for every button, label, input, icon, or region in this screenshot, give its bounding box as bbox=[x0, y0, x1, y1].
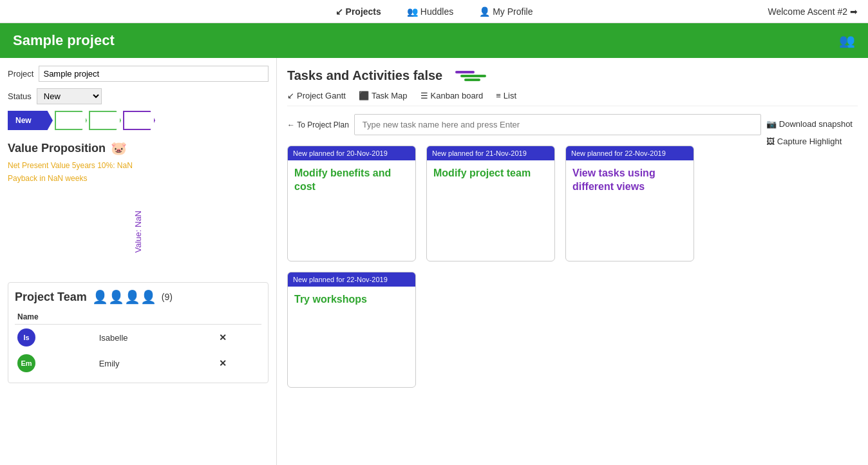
project-input[interactable] bbox=[39, 66, 269, 82]
tasks-title: Tasks and Activities false bbox=[287, 68, 442, 83]
pipeline-step-2[interactable] bbox=[55, 111, 87, 130]
tab-kanban-board[interactable]: ☰ Kanban board bbox=[420, 91, 484, 100]
kanban-tab-icon: ☰ bbox=[420, 91, 428, 100]
piggy-bank-icon: 🐷 bbox=[111, 140, 127, 156]
kanban-card: New planned for 21-Nov-2019 Modify proje… bbox=[426, 146, 555, 261]
logout-icon[interactable]: ➡ bbox=[850, 6, 858, 17]
kanban-card: New planned for 22-Nov-2019 View tasks u… bbox=[565, 146, 694, 261]
projects-icon: ↙ bbox=[335, 6, 343, 17]
nav-huddles[interactable]: 👥 Huddles bbox=[407, 6, 453, 17]
capture-highlight-action[interactable]: 🖼 Capture Highlight bbox=[766, 137, 853, 146]
main-layout: Project Status New In Progress Done New bbox=[0, 58, 868, 465]
status-label: Status bbox=[8, 91, 32, 101]
top-navigation: ↙ Projects 👥 Huddles 👤 My Profile Welcom… bbox=[0, 0, 868, 23]
remove-member-button[interactable]: ✕ bbox=[219, 358, 227, 368]
card-header: New planned for 22-Nov-2019 bbox=[566, 146, 693, 160]
card-header: New planned for 20-Nov-2019 bbox=[288, 146, 415, 160]
avatar: Em bbox=[17, 354, 35, 372]
team-people-icons: 👤👤👤👤 bbox=[92, 289, 156, 305]
profile-icon: 👤 bbox=[479, 6, 490, 17]
tasks-header: Tasks and Activities false bbox=[287, 68, 858, 83]
status-pipeline: New bbox=[8, 111, 269, 130]
download-snapshot-action[interactable]: 📷 Download snapshot bbox=[766, 119, 853, 129]
taskmap-tab-icon: ⬛ bbox=[359, 91, 369, 100]
view-tabs: ↙ Project Gantt ⬛ Task Map ☰ Kanban boar… bbox=[287, 91, 858, 106]
gantt-tab-icon: ↙ bbox=[287, 91, 294, 100]
card-title[interactable]: Try workshops bbox=[294, 293, 409, 307]
team-header: Project Team 👤👤👤👤 (9) bbox=[15, 289, 261, 305]
remove-member-button[interactable]: ✕ bbox=[219, 332, 227, 343]
team-title: Project Team bbox=[15, 290, 87, 304]
sidebar: Project Status New In Progress Done New bbox=[0, 58, 277, 465]
gantt-decoration bbox=[455, 71, 486, 81]
welcome-message: Welcome Ascent #2 ➡ bbox=[768, 6, 858, 17]
table-row: Em Emily ✕ bbox=[15, 350, 261, 376]
task-name-input[interactable] bbox=[354, 114, 761, 135]
card-title[interactable]: View tasks using different views bbox=[572, 167, 687, 194]
card-header: New planned for 22-Nov-2019 bbox=[288, 272, 415, 287]
project-team-section: Project Team 👤👤👤👤 (9) Name Is bbox=[8, 282, 269, 383]
to-project-plan-button[interactable]: ← To Project Plan bbox=[287, 120, 349, 129]
right-panel: 📷 Download snapshot 🖼 Capture Highlight bbox=[761, 114, 858, 388]
table-row: Is Isabelle ✕ bbox=[15, 325, 261, 351]
nav-links: ↙ Projects 👥 Huddles 👤 My Profile bbox=[335, 6, 533, 17]
member-name: Isabelle bbox=[97, 325, 216, 351]
card-title[interactable]: Modify project team bbox=[433, 167, 548, 180]
member-name: Emily bbox=[97, 350, 216, 376]
npv-text: Net Present Value 5years 10%: NaN bbox=[8, 161, 269, 170]
card-header: New planned for 21-Nov-2019 bbox=[427, 146, 554, 160]
capture-icon: 🖼 bbox=[766, 137, 775, 146]
team-count: (9) bbox=[162, 292, 173, 302]
pipeline-step-3[interactable] bbox=[89, 111, 121, 130]
tab-list[interactable]: ≡ List bbox=[496, 91, 516, 100]
nav-projects[interactable]: ↙ Projects bbox=[335, 6, 381, 17]
nav-myprofile[interactable]: 👤 My Profile bbox=[479, 6, 533, 17]
kanban-card: New planned for 22-Nov-2019 Try workshop… bbox=[287, 272, 416, 388]
kanban-card: New planned for 20-Nov-2019 Modify benef… bbox=[287, 146, 416, 261]
payback-text: Payback in NaN weeks bbox=[8, 174, 269, 183]
team-table: Name Is Isabelle ✕ bbox=[15, 310, 261, 376]
project-field: Project bbox=[8, 66, 269, 82]
list-tab-icon: ≡ bbox=[496, 91, 501, 100]
project-title: Sample project bbox=[13, 32, 115, 49]
pipeline-step-4[interactable] bbox=[123, 111, 155, 130]
value-proposition-section: Value Proposition 🐷 Net Present Value 5y… bbox=[8, 140, 269, 277]
content-with-right: ← To Project Plan New planned for 20-Nov… bbox=[287, 114, 858, 388]
tab-project-gantt[interactable]: ↙ Project Gantt bbox=[287, 91, 346, 100]
pipeline-new[interactable]: New bbox=[8, 111, 53, 130]
team-header-icon: 👥 bbox=[839, 33, 855, 48]
value-prop-title: Value Proposition 🐷 bbox=[8, 140, 269, 156]
content-main: ← To Project Plan New planned for 20-Nov… bbox=[287, 114, 761, 388]
name-header: Name bbox=[15, 310, 261, 325]
kanban-board: New planned for 20-Nov-2019 Modify benef… bbox=[287, 146, 761, 388]
content-area: Tasks and Activities false ↙ Project Gan… bbox=[277, 58, 868, 465]
download-icon: 📷 bbox=[766, 119, 777, 129]
value-nan-text: Value: NaN bbox=[133, 211, 143, 253]
project-label: Project bbox=[8, 69, 33, 79]
value-nan-container: Value: NaN bbox=[8, 187, 269, 277]
tab-task-map[interactable]: ⬛ Task Map bbox=[359, 91, 408, 100]
project-header: Sample project 👥 bbox=[0, 23, 868, 58]
status-select[interactable]: New In Progress Done bbox=[37, 88, 102, 104]
task-input-row: ← To Project Plan bbox=[287, 114, 761, 135]
huddles-icon: 👥 bbox=[407, 6, 418, 17]
card-title[interactable]: Modify benefits and cost bbox=[294, 167, 409, 194]
avatar: Is bbox=[17, 328, 35, 346]
status-field: Status New In Progress Done bbox=[8, 88, 269, 104]
